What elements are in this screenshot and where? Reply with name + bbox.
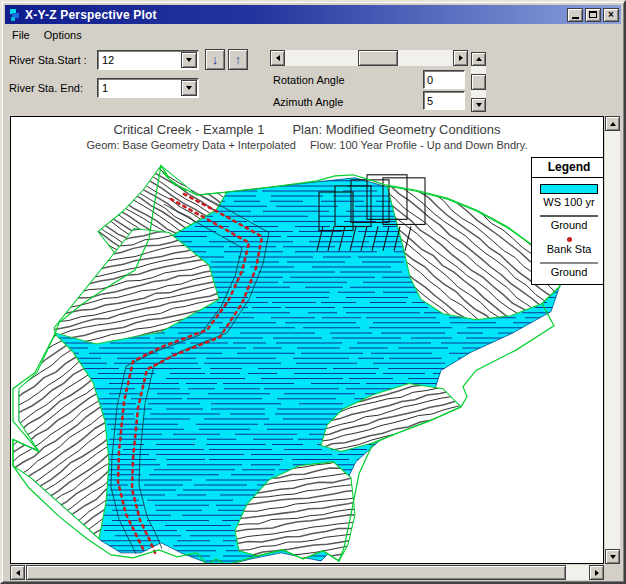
- maximize-button[interactable]: [585, 8, 601, 22]
- arrow-right-icon: [595, 570, 599, 576]
- arrow-right-icon: [459, 55, 463, 61]
- legend: Legend WS 100 yr Ground Bank Sta Ground: [531, 157, 604, 285]
- plot-area: Critical Creek - Example 1Plan: Modified…: [10, 116, 620, 580]
- plot-scroll-up-button[interactable]: [605, 116, 620, 131]
- river-sta-end-label: River Sta. End:: [9, 82, 83, 94]
- chevron-down-icon: [186, 86, 192, 90]
- arrow-left-icon: [16, 570, 20, 576]
- minimize-button[interactable]: [567, 8, 583, 22]
- legend-entry-label: Ground: [551, 218, 588, 233]
- legend-title: Legend: [532, 158, 604, 178]
- plot-scroll-left-button[interactable]: [10, 565, 25, 580]
- plot-titles: Critical Creek - Example 1Plan: Modified…: [11, 122, 603, 151]
- app-window: X-Y-Z Perspective Plot × File Options Ri…: [0, 0, 626, 584]
- plot-scroll-right-button[interactable]: [589, 565, 604, 580]
- station-up-button[interactable]: ↑: [228, 49, 248, 70]
- plot-horizontal-scrollbar[interactable]: [10, 565, 604, 580]
- menu-bar: File Options: [5, 25, 621, 44]
- menu-file[interactable]: File: [5, 27, 37, 43]
- station-down-button[interactable]: ↓: [205, 49, 225, 70]
- river-sta-start-value: 12: [98, 54, 180, 66]
- river-sta-end-dropdown-button[interactable]: [181, 80, 197, 96]
- app-icon: [8, 8, 22, 22]
- rotation-angle-label: Rotation Angle: [273, 74, 345, 86]
- plot-title-left: Critical Creek - Example 1: [113, 122, 264, 137]
- arrow-down-icon: [476, 103, 482, 107]
- rotation-scroll-right-button[interactable]: [453, 50, 468, 66]
- legend-entry-label: Bank Sta: [547, 242, 592, 257]
- chevron-down-icon: [186, 58, 192, 62]
- legend-entry-label: WS 100 yr: [543, 195, 594, 210]
- azimuth-scroll-thumb[interactable]: [471, 74, 486, 90]
- river-sta-start-dropdown-button[interactable]: [181, 52, 197, 68]
- perspective-plot: [11, 117, 603, 563]
- arrow-down-icon: [610, 555, 616, 559]
- maximize-icon: [589, 11, 597, 18]
- rotation-scroll-left-button[interactable]: [270, 50, 285, 66]
- arrow-up-icon: [610, 122, 616, 126]
- minimize-icon: [572, 17, 579, 19]
- legend-entry-label: Ground: [551, 265, 588, 280]
- azimuth-scrollbar[interactable]: [471, 52, 486, 112]
- close-button[interactable]: ×: [603, 8, 619, 22]
- azimuth-scroll-down-button[interactable]: [471, 98, 486, 112]
- scrollbar-corner: [605, 565, 620, 580]
- plot-vertical-scrollbar[interactable]: [605, 116, 620, 564]
- controls-panel: River Sta.Start : 12 ↓ ↑ River Sta. End:…: [5, 44, 621, 116]
- window-title: X-Y-Z Perspective Plot: [25, 8, 567, 22]
- menu-options[interactable]: Options: [37, 27, 89, 43]
- plot-scroll-down-button[interactable]: [605, 549, 620, 564]
- rotation-scrollbar[interactable]: [270, 50, 468, 66]
- river-sta-start-combo[interactable]: 12: [97, 50, 199, 70]
- rotation-angle-input[interactable]: [423, 70, 465, 89]
- plot-canvas: Critical Creek - Example 1Plan: Modified…: [10, 116, 604, 564]
- legend-ground-line: [540, 215, 598, 217]
- arrow-up-icon: [476, 57, 482, 61]
- plot-hscroll-thumb[interactable]: [26, 565, 566, 580]
- plot-title-right: Plan: Modified Geometry Conditions: [292, 122, 500, 137]
- legend-ground-line: [540, 262, 598, 264]
- river-sta-start-label: River Sta.Start :: [9, 54, 87, 66]
- title-bar[interactable]: X-Y-Z Perspective Plot ×: [5, 5, 621, 24]
- river-sta-end-value: 1: [98, 82, 180, 94]
- rotation-scroll-thumb[interactable]: [358, 50, 398, 66]
- azimuth-angle-input[interactable]: [423, 91, 465, 110]
- arrow-left-icon: [276, 55, 280, 61]
- plot-subtitle-left: Geom: Base Geometry Data + Interpolated: [87, 139, 296, 151]
- azimuth-angle-label: Azimuth Angle: [273, 96, 343, 108]
- azimuth-scroll-up-button[interactable]: [471, 52, 486, 66]
- legend-ws-swatch: [540, 184, 598, 194]
- plot-subtitle-right: Flow: 100 Year Profile - Up and Down Bnd…: [310, 139, 527, 151]
- river-sta-end-combo[interactable]: 1: [97, 78, 199, 98]
